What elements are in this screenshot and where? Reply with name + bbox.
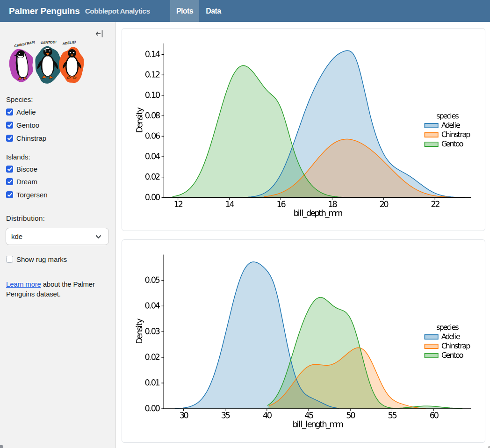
svg-text:ADÉLIE!: ADÉLIE! (62, 40, 77, 46)
svg-text:CHINSTRAP!: CHINSTRAP! (14, 40, 36, 48)
svg-text:GENTOO!: GENTOO! (41, 40, 57, 45)
